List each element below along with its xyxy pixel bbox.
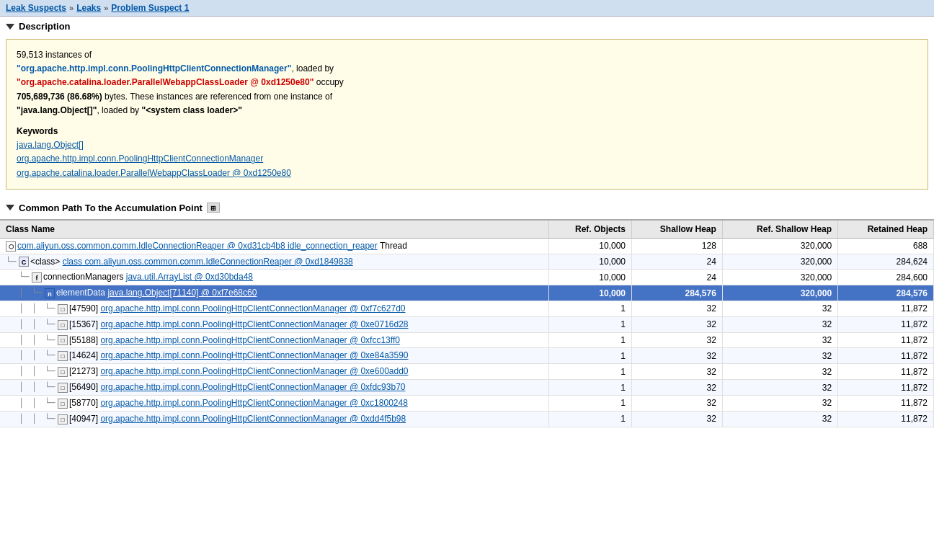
name-link[interactable]: org.apache.http.impl.conn.PoolingHttpCli… [100,398,407,408]
cell-ref-shallow-heap: 32 [722,395,837,411]
cell-shallow-heap: 32 [632,301,723,317]
cell-retained-heap: 11,872 [838,316,934,332]
tree-indent: │ [19,382,32,392]
row-icon: □ [58,383,68,393]
row-icon: □ [58,304,68,314]
cell-shallow-heap: 32 [632,364,723,380]
tree-indent: └─ [45,350,58,360]
table-row: │ └─nelementData java.lang.Object[71140]… [0,285,934,301]
name-link[interactable]: org.apache.http.impl.conn.PoolingHttpCli… [100,335,400,345]
cell-class-name: │ │ └─□[55188] org.apache.http.impl.conn… [0,332,548,348]
tree-indent: │ [32,335,45,345]
breadcrumb-leaks[interactable]: Leaks [76,3,101,13]
row-icon: □ [58,414,68,425]
cell-class-name: │ │ └─□[58770] org.apache.http.impl.conn… [0,395,548,411]
cell-ref-objects: 1 [548,332,631,348]
cell-ref-objects: 1 [548,380,631,396]
tree-indent: │ [19,288,32,298]
tree-indent: └─ [45,303,58,314]
tree-indent [6,366,19,376]
breadcrumb: Leak Suspects » Leaks » Problem Suspect … [0,0,934,17]
common-path-collapse-icon [6,205,14,210]
cell-class-name: │ │ └─□[40947] org.apache.http.impl.conn… [0,411,548,427]
cell-class-name: │ │ └─□[21273] org.apache.http.impl.conn… [0,364,548,380]
cell-ref-shallow-heap: 320,000 [722,270,837,285]
accumulation-table: Class Name Ref. Objects Shallow Heap Ref… [0,219,934,427]
name-prefix: [14624] [69,350,100,360]
name-prefix: connectionManagers [43,272,126,282]
tree-indent: └─ [32,288,45,298]
name-link[interactable]: com.aliyun.oss.common.comm.IdleConnectio… [17,241,378,251]
common-path-section-header[interactable]: Common Path To the Accumulation Point ⊞ [0,198,934,216]
tree-indent: │ [19,414,32,424]
tree-indent [6,319,19,329]
tree-indent: │ [32,414,45,424]
cell-retained-heap: 11,872 [838,411,934,427]
row-icon: n [45,288,55,298]
cell-ref-shallow-heap: 32 [722,332,837,348]
cell-class-name: │ │ └─□[56490] org.apache.http.impl.conn… [0,380,548,396]
name-prefix: [56490] [69,382,100,392]
table-row: │ │ └─□[15367] org.apache.http.impl.conn… [0,316,934,332]
common-path-title: Common Path To the Accumulation Point [19,203,203,213]
table-row: │ │ └─□[47590] org.apache.http.impl.conn… [0,301,934,317]
row-icon: ⬡ [6,241,16,252]
breadcrumb-problem-suspect[interactable]: Problem Suspect 1 [111,3,189,13]
tree-indent [6,303,19,314]
tree-indent [6,414,19,424]
tree-indent: └─ [19,272,32,282]
col-class-name: Class Name [0,220,548,239]
name-suffix: Thread [378,241,407,251]
keyword-0[interactable]: java.lang.Object[] [17,138,917,152]
table-row: └─fconnectionManagers java.util.ArrayLis… [0,270,934,285]
cell-shallow-heap: 24 [632,270,723,285]
cell-ref-shallow-heap: 320,000 [722,238,837,254]
breadcrumb-sep-2: » [104,4,108,12]
cell-class-name: │ │ └─□[47590] org.apache.http.impl.conn… [0,301,548,317]
name-link[interactable]: class com.aliyun.oss.common.comm.IdleCon… [63,257,353,267]
cell-retained-heap: 284,576 [838,285,934,301]
name-link[interactable]: org.apache.http.impl.conn.PoolingHttpCli… [100,414,406,424]
name-link[interactable]: org.apache.http.impl.conn.PoolingHttpCli… [100,350,408,360]
row-icon: C [19,257,29,267]
cell-shallow-heap: 24 [632,254,723,270]
tree-indent: │ [19,335,32,345]
table-row: │ │ └─□[56490] org.apache.http.impl.conn… [0,380,934,396]
cell-retained-heap: 11,872 [838,380,934,396]
description-collapse-icon [6,24,14,30]
cell-retained-heap: 284,624 [838,254,934,270]
name-link[interactable]: org.apache.http.impl.conn.PoolingHttpCli… [100,319,408,329]
row-icon: □ [58,367,68,377]
tree-indent: │ [19,350,32,360]
cell-class-name: │ │ └─□[14624] org.apache.http.impl.conn… [0,348,548,364]
col-retained-heap: Retained Heap [838,220,934,239]
name-link[interactable]: org.apache.http.impl.conn.PoolingHttpCli… [100,366,408,376]
description-section-header[interactable]: Description [0,17,934,36]
cell-class-name: └─C<class> class com.aliyun.oss.common.c… [0,254,548,270]
cell-retained-heap: 11,872 [838,301,934,317]
cell-ref-shallow-heap: 320,000 [722,254,837,270]
keywords-title: Keywords [17,125,917,138]
loader-highlight: "org.apache.catalina.loader.ParallelWeba… [17,77,313,87]
cell-ref-objects: 1 [548,301,631,317]
name-link[interactable]: org.apache.http.impl.conn.PoolingHttpCli… [100,303,405,314]
name-prefix: [55188] [69,335,100,345]
name-link[interactable]: java.lang.Object[71140] @ 0xf7e68c60 [107,288,257,298]
keyword-2[interactable]: org.apache.catalina.loader.ParallelWebap… [17,166,917,180]
table-header-row: Class Name Ref. Objects Shallow Heap Ref… [0,220,934,239]
tree-indent: │ [32,366,45,376]
breadcrumb-leak-suspects[interactable]: Leak Suspects [6,3,66,13]
tree-indent: │ [19,319,32,329]
cell-retained-heap: 11,872 [838,332,934,348]
tree-indent: └─ [6,257,19,267]
description-box: 59,513 instances of "org.apache.http.imp… [6,39,928,190]
name-prefix: [15367] [69,319,100,329]
keyword-1[interactable]: org.apache.http.impl.conn.PoolingHttpCli… [17,152,917,166]
class-name-highlight: "org.apache.http.impl.conn.PoolingHttpCl… [17,63,291,74]
cell-ref-objects: 1 [548,395,631,411]
name-link[interactable]: java.util.ArrayList @ 0xd30bda48 [126,272,253,282]
name-link[interactable]: org.apache.http.impl.conn.PoolingHttpCli… [100,382,405,392]
cell-class-name: └─fconnectionManagers java.util.ArrayLis… [0,270,548,285]
description-title: Description [19,21,71,32]
table-row: └─C<class> class com.aliyun.oss.common.c… [0,254,934,270]
